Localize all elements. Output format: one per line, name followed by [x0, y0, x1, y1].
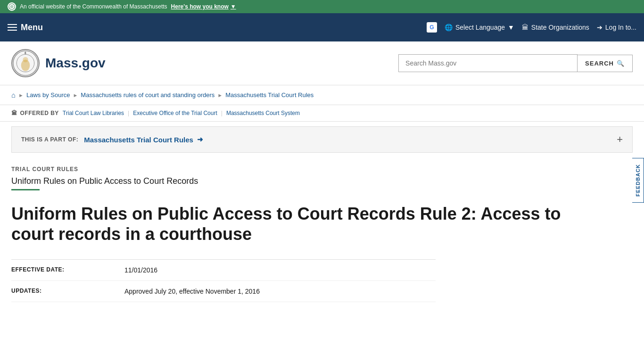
part-of-left: THIS IS A PART OF: Massachusetts Trial C…	[21, 135, 203, 144]
breadcrumb: ⌂ ► Laws by Source ► Massachusetts rules…	[0, 85, 644, 105]
updates-row: UPDATES: Approved July 20, effective Nov…	[11, 281, 436, 302]
breadcrumb-item-0[interactable]: Laws by Source	[26, 91, 70, 99]
nav-left: Menu	[8, 23, 43, 33]
title-underline	[11, 189, 40, 190]
effective-date-row: EFFECTIVE DATE: 11/01/2016	[11, 260, 436, 281]
search-button[interactable]: SEARCH 🔍	[578, 55, 633, 72]
offered-by-link-1[interactable]: Executive Office of the Trial Court	[133, 110, 217, 116]
search-input[interactable]	[398, 54, 578, 72]
breadcrumb-item-2[interactable]: Massachusetts Trial Court Rules	[225, 91, 314, 99]
offered-by-link-0[interactable]: Trial Court Law Libraries	[63, 110, 124, 116]
site-header: Mass.gov SEARCH 🔍	[0, 41, 644, 85]
offered-by-bar: 🏛 OFFERED BY Trial Court Law Libraries |…	[0, 105, 644, 122]
meta-table: EFFECTIVE DATE: 11/01/2016 UPDATES: Appr…	[11, 259, 436, 302]
institution-icon: 🏛	[11, 110, 17, 116]
svg-point-5	[23, 57, 28, 62]
updates-value: Approved July 20, effective November 1, …	[124, 288, 260, 295]
arrow-right-icon: ➜	[197, 135, 203, 144]
main-content: TRIAL COURT RULES Uniform Rules on Publi…	[0, 153, 644, 315]
effective-date-value: 11/01/2016	[124, 266, 157, 274]
nav-menu-label[interactable]: Menu	[21, 23, 43, 33]
search-icon: 🔍	[617, 60, 625, 67]
hamburger-icon[interactable]	[8, 24, 17, 31]
heres-how-button[interactable]: Here's how you know ▼	[171, 3, 236, 10]
globe-icon: 🌐	[445, 24, 453, 31]
building-icon: 🏛	[522, 24, 528, 31]
select-language-button[interactable]: 🌐 Select Language ▼	[445, 24, 514, 31]
effective-date-label: EFFECTIVE DATE:	[11, 266, 124, 274]
svg-point-1	[10, 5, 14, 8]
chevron-down-icon: ▼	[231, 3, 236, 10]
state-organizations-button[interactable]: 🏛 State Organizations	[522, 24, 589, 31]
divider-1: |	[221, 110, 223, 116]
part-of-link[interactable]: Massachusetts Trial Court Rules ➜	[84, 135, 203, 144]
nav-right: G 🌐 Select Language ▼ 🏛 State Organizati…	[427, 22, 636, 33]
google-translate-icon: G	[427, 22, 437, 33]
offered-by-label: 🏛 OFFERED BY	[11, 110, 59, 116]
ma-state-seal	[11, 49, 40, 77]
chevron-down-icon: ▼	[508, 24, 514, 31]
breadcrumb-sep-0: ►	[18, 92, 24, 98]
login-icon: ➔	[597, 24, 603, 31]
part-of-banner: THIS IS A PART OF: Massachusetts Trial C…	[11, 126, 633, 153]
page-heading: Uniform Rules on Public Access to Court …	[11, 204, 577, 244]
search-area: SEARCH 🔍	[398, 54, 633, 72]
doc-title: Uniform Rules on Public Access to Court …	[11, 176, 633, 186]
section-label: TRIAL COURT RULES	[11, 166, 633, 173]
updates-label: UPDATES:	[11, 288, 124, 295]
breadcrumb-sep-1: ►	[73, 92, 78, 98]
ma-seal	[8, 2, 16, 11]
top-banner: An official website of the Commonwealth …	[0, 0, 644, 13]
offered-by-link-2[interactable]: Massachusetts Court System	[226, 110, 300, 116]
breadcrumb-sep-2: ►	[217, 92, 223, 98]
breadcrumb-home[interactable]: ⌂	[11, 91, 16, 99]
expand-button[interactable]: +	[617, 133, 623, 146]
breadcrumb-item-1[interactable]: Massachusetts rules of court and standin…	[81, 91, 215, 99]
divider-0: |	[128, 110, 129, 116]
feedback-wrapper: Feedback	[632, 158, 644, 204]
logo-area: Mass.gov	[11, 49, 106, 77]
main-nav: Menu G 🌐 Select Language ▼ 🏛 State Organ…	[0, 13, 644, 41]
log-in-button[interactable]: ➔ Log In to...	[597, 24, 636, 31]
feedback-button[interactable]: Feedback	[632, 158, 644, 203]
site-logo-text[interactable]: Mass.gov	[45, 56, 106, 71]
part-of-label: THIS IS A PART OF:	[21, 136, 78, 143]
official-text: An official website of the Commonwealth …	[20, 3, 167, 10]
